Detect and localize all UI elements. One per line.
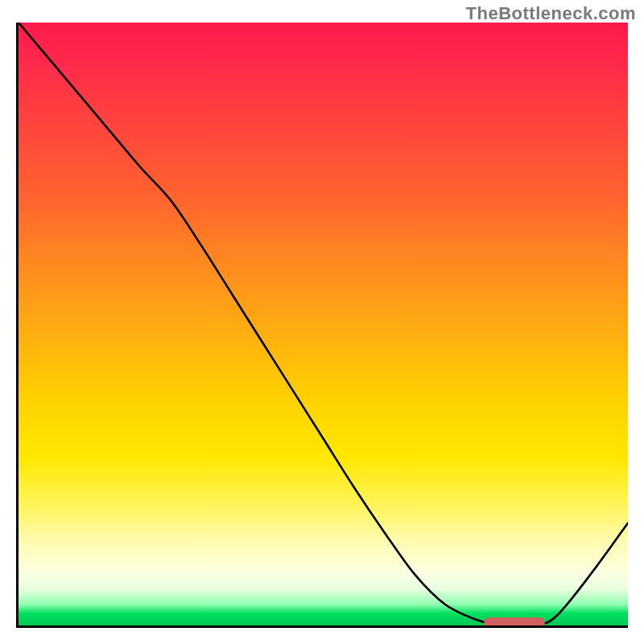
plot-frame xyxy=(16,23,628,628)
curve-layer xyxy=(19,23,628,625)
bottleneck-curve xyxy=(19,23,628,625)
sweet-spot-marker xyxy=(484,617,545,625)
watermark-text: TheBottleneck.com xyxy=(466,3,636,24)
chart-container: TheBottleneck.com xyxy=(0,0,644,644)
plot-area xyxy=(19,23,628,625)
